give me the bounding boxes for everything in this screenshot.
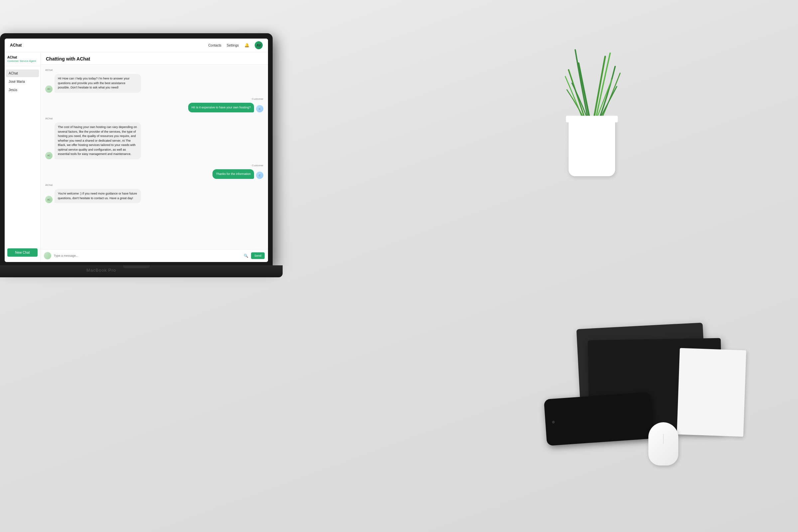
smartphone xyxy=(544,392,653,446)
plant-pot xyxy=(569,120,615,176)
notebook-white xyxy=(677,348,746,437)
message-bubble-3: The cost of having your own hosting can … xyxy=(55,122,141,159)
user-avatar[interactable]: AV xyxy=(255,41,263,49)
app-body: AChat Customer Service Agent AChat José … xyxy=(5,52,268,262)
sender-label-2: AChat xyxy=(45,117,263,120)
new-chat-button[interactable]: New Chat xyxy=(7,248,38,257)
chat-header: Chatting with AChat xyxy=(41,52,268,64)
customer-avatar-2: C xyxy=(256,172,263,179)
message-row-4: Thanks for the information C xyxy=(45,169,263,179)
bell-icon[interactable]: 🔔 xyxy=(244,42,249,48)
message-bubble-4: Thanks for the information xyxy=(212,169,254,179)
message-group-5: AChat AC You're welcome :) If you need m… xyxy=(45,184,263,203)
app-container: AChat Contacts Settings 🔔 AV xyxy=(5,39,268,262)
chat-title: Chatting with AChat xyxy=(46,56,263,61)
send-button[interactable]: Send xyxy=(251,252,265,259)
macbook-base xyxy=(0,265,283,277)
message-row-1: AC Hi! How can I help you today? I'm her… xyxy=(45,74,263,93)
contacts-link[interactable]: Contacts xyxy=(208,43,221,47)
input-avatar xyxy=(44,252,51,259)
message-row-3: AC The cost of having your own hosting c… xyxy=(45,122,263,159)
agent-avatar-2: AC xyxy=(45,152,53,159)
chat-messages: AChat AC Hi! How can I help you today? I… xyxy=(41,64,268,249)
macbook-bezel: AChat Contacts Settings 🔔 AV xyxy=(0,33,273,266)
sidebar-profile-role: Customer Service Agent xyxy=(7,59,38,62)
sidebar-profile: AChat Customer Service Agent xyxy=(5,56,40,66)
sidebar-item-jose[interactable]: José Maria xyxy=(6,78,39,86)
header-nav: Contacts Settings 🔔 AV xyxy=(208,41,263,49)
sidebar: AChat Customer Service Agent AChat José … xyxy=(5,52,41,262)
message-group-1: AChat AC Hi! How can I help you today? I… xyxy=(45,69,263,93)
message-group-4: Customer Thanks for the information C xyxy=(45,164,263,179)
sidebar-item-jesus[interactable]: Jesús xyxy=(6,86,39,94)
mouse xyxy=(648,422,678,466)
customer-label-2: Customer xyxy=(45,164,263,167)
chat-input-area: 🔍 Send xyxy=(41,249,268,262)
message-group-3: AChat AC The cost of having your own hos… xyxy=(45,117,263,159)
app-logo: AChat xyxy=(10,43,22,48)
sidebar-item-achat[interactable]: AChat xyxy=(6,70,39,77)
message-bubble-5: You're welcome :) If you need more guida… xyxy=(55,189,141,203)
message-input[interactable] xyxy=(54,254,241,258)
macbook-label: MacBook Pro xyxy=(87,268,116,273)
sender-label-1: AChat xyxy=(45,69,263,72)
agent-avatar-3: AC xyxy=(45,196,53,203)
sender-label-3: AChat xyxy=(45,184,263,187)
message-row-5: AC You're welcome :) If you need more gu… xyxy=(45,189,263,203)
message-row-2: Hi! Is it expensive to have your own hos… xyxy=(45,103,263,113)
app-header: AChat Contacts Settings 🔔 AV xyxy=(5,39,268,52)
macbook: AChat Contacts Settings 🔔 AV xyxy=(0,33,286,306)
message-group-2: Customer Hi! Is it expensive to have you… xyxy=(45,97,263,113)
sidebar-chat-list: AChat José Maria Jesús xyxy=(5,66,40,246)
customer-avatar-1: C xyxy=(256,105,263,112)
macbook-screen: AChat Contacts Settings 🔔 AV xyxy=(5,39,268,262)
settings-link[interactable]: Settings xyxy=(227,43,239,47)
customer-label-1: Customer xyxy=(45,97,263,100)
search-icon: 🔍 xyxy=(244,254,248,258)
chat-main: Chatting with AChat AChat AC Hi! How can… xyxy=(41,52,268,262)
sidebar-profile-name: AChat xyxy=(7,56,38,59)
message-bubble-2: Hi! Is it expensive to have your own hos… xyxy=(188,103,254,113)
message-bubble-1: Hi! How can I help you today? I'm here t… xyxy=(55,74,141,93)
plant-decoration xyxy=(545,10,639,176)
agent-avatar-1: AC xyxy=(45,86,53,93)
